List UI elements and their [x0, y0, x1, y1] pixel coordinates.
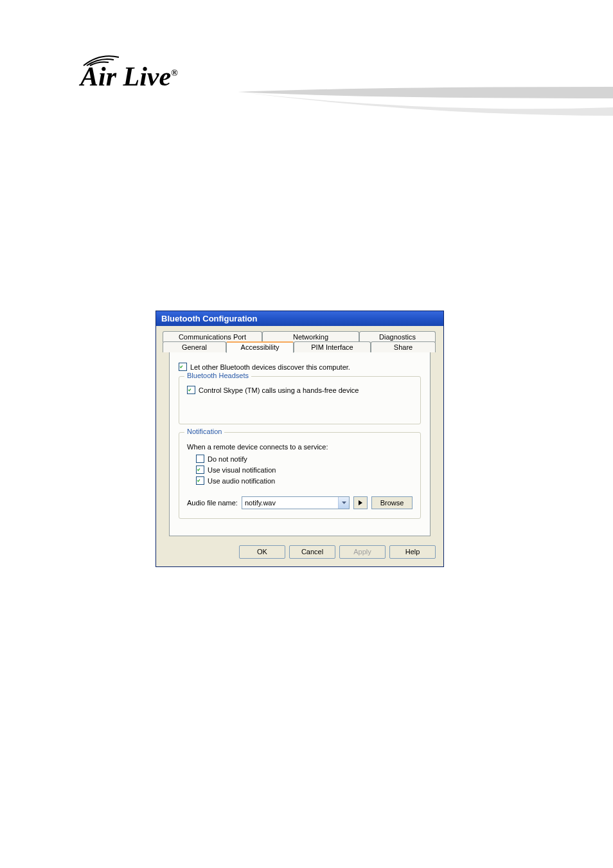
accessibility-panel: Let other Bluetooth devices discover thi… [169, 352, 431, 536]
audio-file-combo[interactable]: notify.wav [242, 496, 350, 509]
discover-checkbox[interactable] [179, 363, 187, 371]
visual-notification-checkbox[interactable] [196, 466, 204, 474]
header-decoration [238, 87, 613, 116]
do-not-notify-checkbox[interactable] [196, 455, 204, 463]
combo-dropdown-button[interactable] [338, 497, 349, 509]
dialog-title: Bluetooth Configuration [161, 314, 257, 323]
dialog-titlebar: Bluetooth Configuration [156, 311, 443, 326]
tab-accessibility[interactable]: Accessibility [226, 341, 294, 353]
tab-container: Communications Port Networking Diagnosti… [156, 326, 443, 536]
tab-communications-port[interactable]: Communications Port [163, 331, 262, 342]
dialog-button-row: OK Cancel Apply Help [156, 543, 443, 566]
discover-label: Let other Bluetooth devices discover thi… [190, 363, 350, 371]
audio-notification-label: Use audio notification [208, 477, 275, 485]
audio-file-value: notify.wav [245, 499, 276, 507]
tab-pim-interface[interactable]: PIM Interface [294, 341, 371, 352]
tab-share[interactable]: Share [371, 341, 436, 352]
help-button[interactable]: Help [389, 545, 436, 559]
do-not-notify-label: Do not notify [208, 455, 247, 463]
cancel-button[interactable]: Cancel [289, 545, 335, 559]
skype-label: Control Skype (TM) calls using a hands-f… [199, 386, 359, 394]
notification-intro: When a remote device connects to a servi… [187, 443, 413, 451]
headsets-legend: Bluetooth Headsets [184, 372, 251, 379]
play-button[interactable] [353, 496, 368, 509]
tab-general[interactable]: General [163, 341, 226, 352]
bluetooth-config-dialog: Bluetooth Configuration Communications P… [155, 311, 444, 567]
browse-button[interactable]: Browse [371, 496, 413, 509]
tab-networking[interactable]: Networking [262, 331, 359, 342]
apply-button: Apply [339, 545, 386, 559]
skype-checkbox[interactable] [187, 386, 195, 394]
logo-text: Air Live® [80, 62, 178, 91]
bluetooth-headsets-group: Bluetooth Headsets Control Skype (TM) ca… [179, 376, 421, 424]
ok-button[interactable]: OK [239, 545, 285, 559]
visual-notification-label: Use visual notification [208, 466, 276, 474]
tab-diagnostics[interactable]: Diagnostics [359, 331, 436, 342]
notification-legend: Notification [184, 428, 224, 435]
audio-file-label: Audio file name: [187, 499, 238, 507]
notification-group: Notification When a remote device connec… [179, 432, 421, 519]
audio-notification-checkbox[interactable] [196, 476, 204, 485]
logo: Air Live® [80, 61, 178, 92]
